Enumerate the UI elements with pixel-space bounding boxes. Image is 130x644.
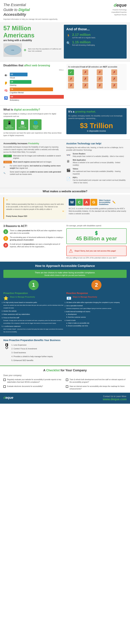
proactive-step-3: Raise awareness with key stakeholders	[3, 313, 64, 316]
proactive-badge: 1	[28, 280, 39, 290]
ambulatory-icon: ♿	[3, 96, 8, 100]
checklist-text-1: Regularly evaluate your website for acce…	[7, 378, 64, 383]
digital-docs-box: 📄 DigitalDocuments	[16, 119, 28, 130]
stat1-content: 2.17 million surf the web on a regular b…	[72, 33, 96, 38]
findability-section: Accessibility increases Findability Acce…	[0, 140, 130, 188]
wcag-title-line1: Web Content	[99, 199, 111, 201]
web-label: WebsitePages	[31, 125, 40, 129]
findability-title: Accessibility increases Findability	[3, 142, 64, 145]
da-footer-text: so that everyone can have the same user …	[3, 132, 64, 137]
sr-text: Help people hear content of a website (d…	[73, 155, 124, 158]
wcag-a: A	[83, 199, 90, 206]
wcag-title-line3: Guidelines	[99, 203, 111, 205]
wcag-right: W C A G Web Content Accessibility Guidel…	[69, 197, 127, 219]
disabilities-cols: Disabilities that affect web browsing Mi…	[3, 64, 127, 103]
weight-text: For some search engines, text marked as …	[10, 165, 64, 170]
da-right: It's a growing market. As a global, emer…	[66, 108, 127, 137]
ambulatory-bar-value: 9.8	[11, 96, 13, 98]
at-intro: Navigating the web without site, hearing…	[66, 146, 127, 151]
proactive-header: Proactive Preparation	[3, 292, 64, 294]
findability-left: Accessibility increases Findability Acce…	[3, 142, 64, 185]
plus-sign: +	[24, 48, 26, 53]
proactive-col: 1 Proactive Preparation ⭐ Steps to Manag…	[3, 280, 64, 334]
benefits-list: Less Expensive Control: Focus & Investme…	[13, 343, 53, 363]
bullet-weight: ⚖ For some search engines, text marked a…	[3, 165, 64, 170]
choices-banner: There are two choices to make when facin…	[3, 270, 127, 278]
error-box: ⚠ Oops! Sorry, but you can not access th…	[66, 246, 127, 256]
wcag-c: C	[76, 199, 83, 206]
reactive-step-4: Invest in toolsa. Help to make an access…	[66, 319, 127, 327]
deque-logo: deque	[111, 2, 127, 8]
wcag-g: G	[91, 199, 97, 206]
visual-bar-value: 3.2	[11, 74, 13, 75]
reactive-badge: 2	[91, 280, 102, 290]
proactive-step-2: Monitor the website	[3, 310, 64, 312]
reasons-section: 3 Reasons to ACT! 1 There is a clear pre…	[0, 222, 130, 261]
benefit-2: Control: Focus & Investment	[13, 347, 53, 350]
findability-highlight: Findability	[28, 142, 39, 145]
stats-right: And of those... 🏃 2.17 million surf the …	[64, 25, 127, 58]
hearing-bar-value: 3.9	[11, 81, 13, 83]
reasons-left: 3 Reasons to ACT! 1 There is a clear pre…	[3, 224, 64, 259]
header: The Essential Guide to Digital Accessibi…	[0, 0, 130, 22]
checklist-grid: Regularly evaluate your website for acce…	[3, 378, 127, 390]
doc-label: DigitalDocuments	[18, 125, 27, 129]
reactive-steps-header: 📧 Steps to Manage Reactively	[66, 296, 127, 300]
its-a: It's a	[68, 110, 74, 113]
person-icon: 🏃	[66, 34, 71, 38]
footer-url: www.deque.com	[103, 398, 127, 401]
bullet-code: 🔍 Some search engines are unable to acce…	[3, 171, 64, 176]
proactive-step-1: Fix high priority issues based on transa…	[3, 301, 64, 310]
x-cell-3: ✗	[111, 70, 117, 75]
proactive-steps-title: Steps to Manage Proactively	[10, 296, 35, 298]
reactive-step-1: Sit down at the table w/the organization…	[66, 301, 127, 304]
quote-author: Preety Kumar, Deque CEO	[6, 215, 64, 217]
pencil-icon: ✏️	[112, 199, 116, 206]
approach-cols: 1 Proactive Preparation ⭐ Steps to Manag…	[3, 280, 127, 334]
us-map-svg: USA	[3, 44, 22, 56]
not-accessible-title: An estimated 9 out of 10 websites are NO…	[68, 66, 125, 68]
stat2-num: 1.15 million	[72, 40, 95, 44]
checkbox-3[interactable]	[66, 378, 68, 381]
cognitive-bar-name: Cognitive Mental	[10, 92, 64, 94]
title-guide: Guide to	[3, 8, 18, 12]
disabilities-section: Disabilities that affect web browsing Mi…	[0, 62, 130, 105]
stats-section: 57 Million Americans are living with a d…	[0, 22, 130, 61]
proactive-step-4: Focus on front line staffExample: A sing…	[3, 316, 64, 324]
stat1-row: 🏃 2.17 million surf the web on a regular…	[66, 33, 124, 38]
stat1-desc: surf the web on a regular basis.	[72, 37, 96, 38]
reactive-col: 2 Reactive Response 📧 Steps to Manage Re…	[66, 280, 127, 334]
video-icon: 🎬	[66, 168, 71, 172]
pdf-title: PDF's	[73, 177, 78, 178]
growing-highlight: growing market.	[75, 110, 96, 113]
disabilities-title: Disabilities that affect web browsing	[3, 64, 64, 67]
open-quote: "	[6, 199, 64, 203]
wcag-title-text: Web Content Accessibility Guidelines	[99, 199, 111, 206]
bullet-alt: ALT Alternative text for images and mult…	[3, 155, 64, 160]
star-icon: ⭐	[3, 296, 8, 300]
reactive-step-3: Build internal knowledge w/2 teams:a. de…	[66, 310, 127, 318]
wa-title: Web Application	[73, 159, 86, 161]
checkbox-2[interactable]	[3, 386, 6, 388]
at-web-app: 🖥 Web Application Allows a website to be…	[66, 159, 127, 166]
checkbox-1[interactable]	[3, 378, 6, 381]
checklist-title: A Checklist for Your Company	[3, 369, 127, 372]
pdf-content: PDF's Can be downloaded and computer can…	[73, 176, 127, 184]
trillion-label: in disposable income	[68, 130, 125, 132]
check-cell: ✓	[68, 70, 74, 75]
sr-title: Screen Readers	[73, 153, 86, 155]
checklist-section: A Checklist for Your Company Does your c…	[0, 366, 130, 393]
header-right: deque Powerful Technology Unparalleled E…	[111, 2, 127, 16]
reactive-step-2: Get a specialist involvedSomeone w/exper…	[66, 304, 127, 310]
web-app-content: Web Application Allows a website to be u…	[73, 159, 127, 166]
heading-tag: HEADING	[3, 161, 12, 163]
ambulatory-bar-container: 9.8 Ambulatory	[10, 95, 64, 101]
benefits-title: How Proactive Preparation Benefits Your …	[3, 339, 127, 342]
reason-num-1: 1	[3, 229, 8, 234]
video-content: Videos Are captioned and have transcript…	[73, 168, 127, 175]
proactive-step-5: A conformance statementAKA "A Golden Shi…	[3, 325, 64, 333]
trillion-number: $3 Trillion	[68, 122, 125, 130]
reactive-steps-title: Steps to Manage Reactively	[73, 296, 97, 298]
checkbox-4[interactable]	[66, 386, 68, 388]
web-icon: 🌐	[31, 121, 40, 125]
